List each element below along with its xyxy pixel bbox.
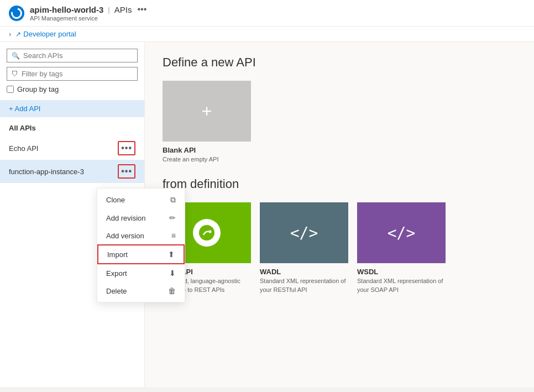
wsdl-icon: </> — [357, 202, 446, 263]
add-api-button[interactable]: + Add API — [0, 100, 144, 117]
context-menu-delete[interactable]: Delete 🗑 — [97, 282, 185, 300]
wsdl-card[interactable]: </> WSDL Standard XML representation of … — [357, 202, 446, 294]
main-content: Define a new API + Blank API Create an e… — [145, 42, 534, 387]
add-version-label: Add version — [106, 232, 144, 240]
page-title: APIs — [114, 5, 132, 14]
def-cards: OpenAPI Standard, language-agnostic inte… — [163, 202, 516, 294]
import-icon: ⬆ — [168, 250, 175, 259]
wsdl-label: WSDL — [357, 268, 446, 276]
add-revision-label: Add revision — [106, 214, 146, 222]
context-menu-export[interactable]: Export ⬇ — [97, 264, 185, 282]
dev-portal-label: Developer portal — [23, 30, 76, 38]
context-menu: Clone ⧉ Add revision ✏ Add version ≡ Imp… — [97, 188, 185, 302]
clone-label: Clone — [106, 196, 125, 204]
all-apis-label: All APIs — [0, 119, 144, 137]
wadl-card[interactable]: </> WADL Standard XML representation of … — [260, 202, 348, 294]
filter-icon: ⛉ — [12, 70, 18, 78]
filter-input[interactable] — [22, 70, 133, 78]
group-by-tag-checkbox[interactable] — [7, 86, 14, 93]
external-link-icon: ↗ — [15, 30, 21, 38]
add-api-label: + Add API — [9, 104, 40, 113]
header-separator: | — [108, 6, 109, 14]
plus-icon: + — [202, 101, 212, 122]
second-bar: › ↗ Developer portal — [0, 27, 534, 42]
header-more-button[interactable]: ••• — [137, 4, 146, 14]
context-menu-import[interactable]: Import ⬆ — [97, 244, 185, 264]
clone-icon: ⧉ — [170, 195, 176, 205]
new-api-cards: + Blank API Create an empty API — [163, 81, 516, 164]
api-name-echo: Echo API — [9, 144, 118, 153]
add-revision-icon: ✏ — [169, 213, 176, 222]
api-item-echo[interactable]: Echo API ••• — [0, 137, 144, 160]
search-icon: 🔍 — [12, 52, 20, 60]
context-menu-clone[interactable]: Clone ⧉ — [97, 191, 185, 209]
wadl-desc: Standard XML representation of your REST… — [260, 277, 348, 294]
back-icon: › — [9, 30, 11, 38]
delete-icon: 🗑 — [168, 286, 176, 295]
wsdl-desc: Standard XML representation of your SOAP… — [357, 277, 446, 294]
echo-more-button[interactable]: ••• — [118, 141, 135, 155]
group-by-tag[interactable]: Group by tag — [7, 85, 138, 93]
filter-box[interactable]: ⛉ — [7, 67, 138, 81]
from-def-title: from definition — [163, 177, 516, 191]
search-box[interactable]: 🔍 — [7, 49, 138, 62]
blank-api-desc: Create an empty API — [163, 155, 251, 164]
add-version-icon: ≡ — [171, 231, 176, 240]
blank-api-icon: + — [163, 81, 251, 142]
app-name: apim-hello-world-3 — [30, 5, 103, 14]
group-by-tag-label: Group by tag — [17, 85, 59, 93]
import-label: Import — [107, 250, 128, 259]
export-icon: ⬇ — [169, 269, 176, 278]
wadl-code-icon: </> — [290, 224, 318, 242]
openapi-logo — [193, 219, 221, 247]
wadl-label: WADL — [260, 268, 348, 276]
context-menu-add-revision[interactable]: Add revision ✏ — [97, 209, 185, 227]
context-menu-add-version[interactable]: Add version ≡ — [97, 227, 185, 244]
developer-portal-link[interactable]: ↗ Developer portal — [15, 30, 76, 38]
wsdl-code-icon: </> — [388, 224, 416, 242]
delete-label: Delete — [106, 287, 127, 295]
export-label: Export — [106, 269, 127, 278]
app-icon — [9, 6, 24, 21]
function-app-more-button[interactable]: ••• — [118, 164, 135, 179]
api-name-function-app: function-app-instance-3 — [9, 168, 118, 176]
svg-point-0 — [199, 225, 214, 241]
search-input[interactable] — [23, 51, 133, 60]
wadl-icon: </> — [260, 202, 348, 263]
api-item-function-app[interactable]: function-app-instance-3 ••• — [0, 160, 144, 183]
blank-api-label: Blank API — [163, 146, 251, 154]
svg-point-1 — [209, 231, 212, 233]
service-type: API Management service — [30, 15, 146, 22]
define-title: Define a new API — [163, 55, 516, 70]
blank-api-card[interactable]: + Blank API Create an empty API — [163, 81, 251, 164]
